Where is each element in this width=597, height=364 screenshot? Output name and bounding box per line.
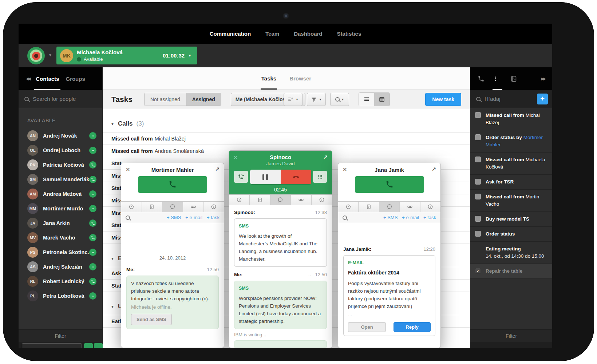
add-task-link[interactable]: + task (207, 215, 220, 220)
add-task-link[interactable]: + task (423, 215, 436, 220)
quick-task-item[interactable]: Buy new model TS (470, 212, 552, 227)
call-button[interactable] (138, 176, 207, 193)
chat-tab[interactable] (270, 195, 291, 205)
logo-caret-icon[interactable]: ▼ (48, 53, 52, 57)
close-icon[interactable]: ✕ (126, 166, 130, 173)
voicemail-tab[interactable] (400, 202, 420, 212)
add-sms-link[interactable]: + SMS (167, 215, 181, 220)
calls-tab[interactable] (478, 67, 485, 90)
task-row[interactable]: Missed call from Michal Blažej (103, 132, 470, 145)
task-checkbox[interactable] (475, 179, 481, 185)
history-tab[interactable] (338, 202, 359, 212)
send-as-sms-button[interactable]: Send as SMS (131, 314, 172, 325)
dialpad-button[interactable] (313, 171, 327, 183)
calendar-view-button[interactable] (374, 93, 390, 106)
add-email-link[interactable]: + e-mail (185, 215, 202, 220)
history-tab[interactable] (121, 202, 142, 212)
new-task-button[interactable]: New task (425, 93, 461, 106)
contact-row[interactable]: JA Jana Arkin (19, 216, 102, 230)
close-icon[interactable]: ✕ (343, 166, 347, 173)
notes-tab[interactable] (142, 202, 163, 212)
quick-task-item[interactable]: Missed call fromMichaela Kočiová (470, 153, 552, 175)
collapse-sidebar-icon[interactable]: ◀◀ (26, 76, 30, 81)
quick-task-item[interactable]: Eating meeting 14. okt., od 14:30 do 15.… (470, 242, 552, 264)
expand-icon[interactable]: ↗ (323, 154, 328, 161)
add-sms-link[interactable]: + SMS (383, 215, 398, 220)
notes-tab[interactable] (359, 202, 379, 212)
hang-up-button[interactable] (281, 170, 311, 184)
voicemail-tab[interactable] (291, 195, 312, 205)
message-options-icon[interactable]: ··· (308, 272, 313, 277)
task-list-tab[interactable] (494, 67, 501, 90)
sidebar-tab[interactable]: Contacts (36, 67, 59, 90)
contacts-search-input[interactable] (33, 96, 91, 102)
quick-task-item[interactable]: Missed call fromMartin Vacho (470, 190, 552, 212)
expand-sidebar-icon[interactable]: ▶▶ (541, 76, 545, 81)
contact-row[interactable]: PS Petronela Skotinc... (19, 245, 102, 260)
sidebar-tab[interactable]: Groups (66, 67, 85, 90)
info-tab[interactable] (203, 202, 224, 212)
task-checkbox[interactable] (475, 112, 481, 118)
quick-call-button[interactable] (84, 343, 93, 348)
contact-row[interactable]: PL Petra Lobotková (19, 289, 102, 303)
task-checkbox[interactable] (475, 268, 481, 274)
contact-row[interactable]: AS Andrej Salezián (19, 260, 102, 274)
task-checkbox[interactable] (475, 231, 481, 237)
call-button[interactable] (355, 176, 424, 193)
nav-tab[interactable]: Team (265, 31, 279, 37)
task-checkbox[interactable] (475, 216, 481, 222)
contact-row[interactable]: AN Andrej Novák (19, 128, 102, 143)
quick-task-item[interactable]: Order status byMortimer Mahler (470, 130, 552, 153)
task-checkbox[interactable] (475, 194, 481, 199)
tasks-search-input[interactable] (485, 96, 528, 102)
sort-button[interactable]: ▼ (284, 93, 303, 106)
quick-task-item[interactable]: Order status (470, 227, 552, 242)
history-tab[interactable] (229, 195, 250, 205)
chat-tab[interactable] (162, 202, 183, 212)
quick-task-item[interactable]: Missed call fromMichal Blažej (470, 108, 552, 130)
close-icon[interactable]: ✕ (233, 154, 238, 161)
contact-row[interactable]: MM Mortimer Murdo (19, 201, 102, 216)
info-tab[interactable] (312, 195, 332, 205)
info-tab[interactable] (420, 202, 440, 212)
contacts-book-tab[interactable] (510, 67, 517, 90)
tasks-filter-button[interactable]: Filter (470, 329, 552, 342)
app-logo-icon[interactable] (27, 47, 45, 64)
quick-dial-input[interactable] (22, 343, 82, 348)
nav-tab[interactable]: Statistics (337, 31, 361, 37)
task-section-header[interactable]: ▼ Calls (3) (103, 109, 470, 132)
hold-call-button[interactable] (250, 170, 281, 184)
contact-row[interactable]: MV Marek Vacho (19, 230, 102, 245)
list-view-button[interactable] (359, 93, 374, 106)
nav-tab[interactable]: Communication (210, 31, 251, 37)
expand-icon[interactable]: ↗ (431, 166, 436, 173)
quick-chat-button[interactable] (94, 343, 103, 348)
timer-caret-icon[interactable]: ▼ (188, 54, 191, 58)
transfer-call-button[interactable] (234, 171, 248, 183)
notes-tab[interactable] (250, 195, 270, 205)
assignment-filter-button[interactable]: Assigned (186, 93, 221, 106)
quick-task-item[interactable]: Repair the table (470, 264, 552, 279)
add-task-button[interactable]: + (537, 94, 548, 104)
voicemail-tab[interactable] (183, 202, 204, 212)
quick-task-item[interactable]: Ask for TSR (470, 175, 552, 190)
add-email-link[interactable]: + e-mail (402, 215, 419, 220)
contacts-filter-button[interactable]: Filter (19, 329, 102, 342)
assignment-filter-button[interactable]: Not assigned (145, 93, 186, 106)
filter-button[interactable]: ▼ (307, 93, 326, 106)
contact-row[interactable]: OL Ondrej Loboch (19, 143, 102, 158)
task-checkbox[interactable] (475, 134, 481, 140)
chat-tab[interactable] (379, 202, 400, 212)
search-icon[interactable] (343, 215, 347, 220)
contact-row[interactable]: RL Robert Lednický (19, 274, 102, 289)
user-status-panel[interactable]: MK Michaela Kočiová Available 01:00:32 ▼ (56, 47, 197, 64)
main-tab[interactable]: Tasks (261, 67, 276, 90)
search-tasks-button[interactable]: ▼ (330, 93, 349, 106)
open-email-button[interactable]: Open (348, 322, 386, 332)
contact-row[interactable]: PK Patrícia Kočiová (19, 158, 102, 172)
contact-row[interactable]: SM Samuel Manderlák (19, 172, 102, 187)
search-icon[interactable] (126, 215, 130, 220)
task-checkbox[interactable] (475, 157, 481, 162)
nav-tab[interactable]: Dashboard (294, 31, 322, 37)
expand-icon[interactable]: ↗ (215, 166, 220, 173)
